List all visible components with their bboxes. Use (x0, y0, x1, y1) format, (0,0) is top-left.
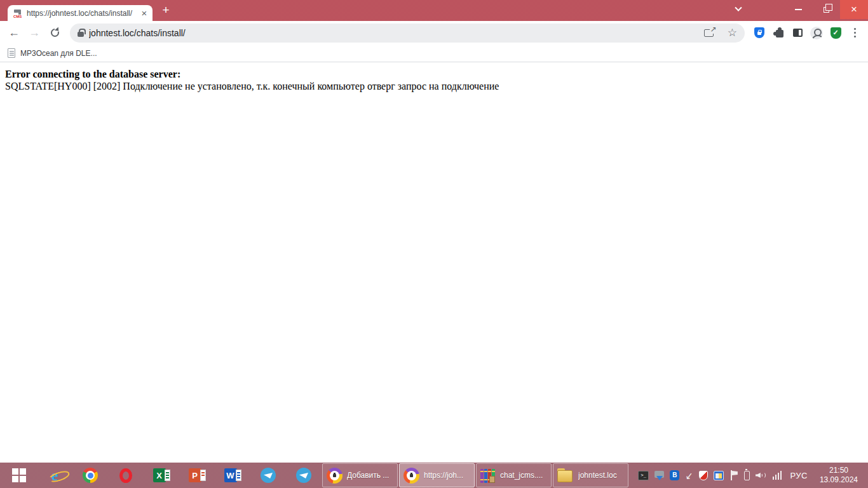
opera-icon (119, 468, 132, 483)
bookmark-item[interactable]: MP3Ocean для DLE... (20, 49, 97, 58)
system-tray: >_ B ↙ РУС 21:50 13.09.2024 (638, 466, 867, 485)
error-title: Error connecting to the database server: (5, 68, 863, 80)
language-indicator[interactable]: РУС (787, 471, 810, 480)
volume-icon[interactable] (756, 470, 767, 481)
antivirus-extension-button[interactable]: ✓ (827, 25, 844, 41)
excel-icon: X (153, 468, 170, 482)
telegram-icon (296, 468, 311, 483)
taskbar-window-avast-johntest[interactable]: https://joh... (399, 463, 475, 487)
extension-blue-shield-button[interactable] (751, 25, 768, 41)
bookmarks-bar: MP3Ocean для DLE... (0, 44, 868, 62)
console-tray-icon[interactable]: >_ (638, 470, 649, 481)
new-tab-button[interactable]: + (158, 3, 174, 19)
action-center-flag-icon[interactable] (729, 470, 738, 481)
reload-button[interactable] (46, 24, 64, 42)
tab-close-icon[interactable]: × (140, 9, 149, 18)
sidebar-icon (793, 29, 803, 37)
word-icon: W (224, 468, 241, 482)
minimize-button[interactable] (784, 0, 812, 19)
browser-tab[interactable]: CMS https://johntest.loc/chats/install/ … (8, 5, 153, 21)
taskbar-item-chrome[interactable] (72, 463, 108, 488)
back-button[interactable]: ← (5, 24, 23, 42)
taskbar-item-excel[interactable]: X (144, 463, 179, 488)
avast-browser-icon (327, 468, 342, 484)
taskbar-window-winrar[interactable]: chat_jcms.... (476, 463, 552, 487)
tab-search-chevron-icon[interactable] (724, 0, 752, 19)
windows-logo-icon (12, 468, 26, 482)
restore-button[interactable] (812, 0, 840, 19)
internet-explorer-icon: e (51, 468, 58, 483)
window-controls: × (724, 0, 868, 19)
blue-shield-lock-icon (754, 27, 764, 38)
sidebar-toggle-button[interactable] (789, 25, 806, 41)
network-signal-icon[interactable] (773, 470, 782, 481)
keyboard-layout-icon[interactable] (714, 470, 724, 481)
reload-icon (51, 29, 59, 37)
puzzle-icon (776, 30, 783, 37)
green-shield-check-icon: ✓ (831, 27, 841, 39)
avast-browser-icon (403, 468, 419, 484)
share-icon[interactable] (704, 29, 714, 37)
address-bar[interactable]: johntest.loc/chats/install/ ☆ (70, 24, 745, 43)
clock[interactable]: 21:50 13.09.2024 (816, 466, 862, 485)
lock-icon[interactable] (78, 32, 84, 37)
taskbar-item-internet-explorer[interactable]: e (37, 463, 72, 488)
taskbar-item-word[interactable]: W (215, 463, 250, 488)
antivirus-shield-icon[interactable] (699, 470, 708, 481)
profile-button[interactable] (808, 25, 825, 41)
cms-favicon-icon: CMS (13, 8, 23, 18)
desktop: CMS https://johntest.loc/chats/install/ … (0, 0, 868, 488)
taskbar-window-folder[interactable]: johntest.loc (553, 463, 628, 487)
browser-titlebar: CMS https://johntest.loc/chats/install/ … (0, 0, 868, 21)
folder-icon (557, 468, 574, 482)
cursor-tray-icon[interactable]: ↙ (684, 469, 694, 482)
winrar-icon (480, 468, 496, 483)
browser-menu-button[interactable] (846, 25, 863, 41)
extensions-menu-button[interactable] (770, 25, 787, 41)
start-button[interactable] (1, 463, 37, 488)
bluetooth-icon[interactable]: B (670, 470, 679, 481)
taskbar-window-avast-add[interactable]: Добавить ... (322, 463, 398, 487)
telegram-icon (261, 468, 276, 483)
chrome-icon (83, 468, 98, 483)
taskbar-item-powerpoint[interactable]: P (179, 463, 215, 488)
page-content: Error connecting to the database server:… (0, 62, 868, 463)
clock-date: 13.09.2024 (820, 475, 858, 485)
taskbar-item-telegram[interactable] (250, 463, 286, 488)
menu-dots-icon (854, 32, 856, 34)
powerpoint-icon: P (189, 468, 206, 482)
profile-icon (810, 27, 823, 39)
clock-time: 21:50 (820, 466, 858, 475)
taskbar-item-telegram-2[interactable] (286, 463, 322, 488)
error-detail: SQLSTATE[HY000] [2002] Подключение не ус… (5, 80, 863, 92)
url-text[interactable]: johntest.loc/chats/install/ (89, 28, 699, 38)
close-button[interactable]: × (840, 0, 868, 19)
tab-title: https://johntest.loc/chats/install/ (27, 9, 136, 18)
taskbar: e X P W Добавить ... (0, 463, 868, 488)
battery-icon[interactable] (744, 470, 750, 481)
updater-tray-icon[interactable] (654, 470, 664, 481)
browser-toolbar: ← → johntest.loc/chats/install/ ☆ ✓ (0, 21, 868, 44)
file-icon (8, 48, 15, 58)
forward-button: → (25, 24, 43, 42)
taskbar-item-opera[interactable] (108, 463, 144, 488)
bookmark-star-icon[interactable]: ☆ (728, 27, 737, 38)
